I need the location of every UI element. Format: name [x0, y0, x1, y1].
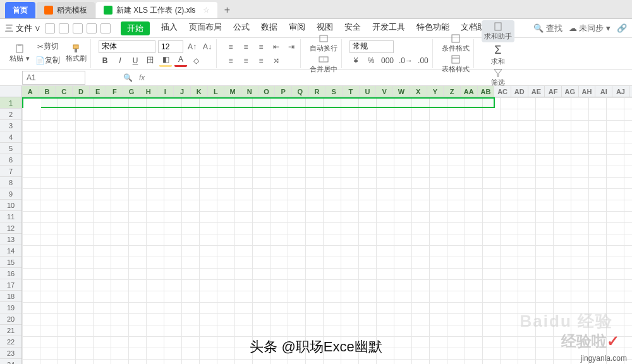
- align-middle-button[interactable]: ≡: [240, 40, 252, 53]
- paste-button[interactable]: 粘贴 ▾: [8, 40, 32, 68]
- col-header-D[interactable]: D: [73, 86, 90, 97]
- col-header-X[interactable]: X: [410, 86, 427, 97]
- col-header-AJ[interactable]: AJ: [612, 86, 629, 97]
- file-menu[interactable]: 三 文件 ∨: [5, 23, 41, 34]
- dec-decimal-button[interactable]: .00: [416, 54, 430, 67]
- col-header-W[interactable]: W: [393, 86, 410, 97]
- col-header-K[interactable]: K: [191, 86, 208, 97]
- name-box[interactable]: A1: [22, 71, 85, 85]
- col-header-AA[interactable]: AA: [461, 86, 478, 97]
- ribbon-tab-insert[interactable]: 插入: [161, 21, 178, 35]
- col-header-P[interactable]: P: [275, 86, 292, 97]
- col-header-AF[interactable]: AF: [545, 86, 562, 97]
- col-header-J[interactable]: J: [174, 86, 191, 97]
- row-header-16[interactable]: 16: [0, 268, 21, 279]
- align-center-button[interactable]: ≡: [240, 54, 252, 67]
- row-header-11[interactable]: 11: [0, 211, 21, 222]
- col-header-I[interactable]: I: [157, 86, 174, 97]
- row-header-18[interactable]: 18: [0, 291, 21, 302]
- italic-button[interactable]: I: [114, 54, 126, 67]
- qat-redo-icon[interactable]: [100, 23, 111, 33]
- col-header-C[interactable]: C: [56, 86, 73, 97]
- merge-center-button[interactable]: 合并居中: [308, 54, 339, 74]
- font-name-select[interactable]: [99, 40, 155, 53]
- search-button[interactable]: 🔍 查找: [533, 23, 562, 34]
- qat-print-icon[interactable]: [59, 23, 69, 33]
- inc-decimal-button[interactable]: .0→: [398, 54, 414, 67]
- wrap-text-button[interactable]: 自动换行: [308, 33, 339, 53]
- row-header-7[interactable]: 7: [0, 166, 21, 177]
- ribbon-tab-dev[interactable]: 开发工具: [372, 21, 405, 35]
- currency-button[interactable]: ¥: [349, 54, 362, 67]
- row-header-8[interactable]: 8: [0, 177, 21, 188]
- border-button[interactable]: 田: [144, 54, 157, 67]
- row-header-20[interactable]: 20: [0, 313, 21, 325]
- row-header-13[interactable]: 13: [0, 234, 21, 245]
- row-header-3[interactable]: 3: [0, 120, 21, 131]
- col-header-M[interactable]: M: [224, 86, 241, 97]
- tab-workbook[interactable]: 新建 XLS 工作表 (2).xls ☆: [96, 2, 217, 18]
- active-cell[interactable]: [23, 99, 41, 109]
- row-header-19[interactable]: 19: [0, 302, 21, 313]
- row-header-15[interactable]: 15: [0, 257, 21, 268]
- font-size-select[interactable]: [158, 40, 183, 53]
- ribbon-tab-formula[interactable]: 公式: [233, 21, 250, 35]
- row-header-22[interactable]: 22: [0, 336, 21, 348]
- cond-format-button[interactable]: 条件格式: [441, 33, 471, 53]
- row-header-23[interactable]: 23: [0, 348, 21, 359]
- table-style-button[interactable]: 表格样式: [441, 54, 471, 74]
- new-tab-button[interactable]: +: [219, 2, 235, 18]
- col-header-Q[interactable]: Q: [292, 86, 309, 97]
- col-header-R[interactable]: R: [309, 86, 326, 97]
- row-header-2[interactable]: 2: [0, 109, 21, 120]
- align-right-button[interactable]: ≡: [255, 54, 267, 67]
- col-header-S[interactable]: S: [325, 86, 343, 97]
- row-header-1[interactable]: 1: [0, 97, 21, 109]
- qat-preview-icon[interactable]: [73, 23, 83, 33]
- comma-button[interactable]: 000: [380, 54, 395, 67]
- col-header-Z[interactable]: Z: [444, 86, 461, 97]
- sync-status[interactable]: ☁ 未同步 ▾: [569, 23, 611, 34]
- fx-magnify-icon[interactable]: 🔍: [123, 73, 133, 82]
- col-header-V[interactable]: V: [376, 86, 393, 97]
- col-header-B[interactable]: B: [39, 86, 56, 97]
- format-painter-button[interactable]: 格式刷: [64, 40, 88, 68]
- row-header-5[interactable]: 5: [0, 143, 21, 154]
- underline-button[interactable]: U: [129, 54, 142, 67]
- col-header-F[interactable]: F: [106, 86, 123, 97]
- copy-button[interactable]: 📄 复制: [34, 54, 61, 67]
- row-header-4[interactable]: 4: [0, 131, 21, 143]
- orientation-button[interactable]: ⤭: [270, 54, 283, 67]
- row-header-17[interactable]: 17: [0, 279, 21, 291]
- select-all-corner[interactable]: [0, 86, 22, 97]
- bold-button[interactable]: B: [99, 54, 111, 67]
- findrep-button[interactable]: 求和助手: [482, 20, 514, 42]
- align-bottom-button[interactable]: ≡: [255, 40, 267, 53]
- fx-icon[interactable]: fx: [139, 73, 145, 82]
- col-header-H[interactable]: H: [140, 86, 157, 97]
- ribbon-tab-security[interactable]: 安全: [344, 21, 361, 35]
- col-header-AD[interactable]: AD: [511, 86, 528, 97]
- qat-undo-icon[interactable]: [87, 23, 97, 33]
- row-header-10[interactable]: 10: [0, 200, 21, 211]
- col-header-AG[interactable]: AG: [562, 86, 579, 97]
- font-color-button[interactable]: A: [174, 54, 187, 67]
- ribbon-tab-review[interactable]: 审阅: [289, 21, 305, 35]
- increase-font-button[interactable]: A↑: [186, 40, 198, 53]
- row-header-12[interactable]: 12: [0, 222, 21, 234]
- col-header-G[interactable]: G: [123, 86, 140, 97]
- col-header-N[interactable]: N: [241, 86, 258, 97]
- tab-favorite-icon[interactable]: ☆: [203, 6, 210, 15]
- col-header-AI[interactable]: AI: [595, 86, 612, 97]
- number-format-select[interactable]: [349, 40, 394, 53]
- sum-button[interactable]: Σ求和: [482, 44, 514, 66]
- col-header-Y[interactable]: Y: [427, 86, 444, 97]
- share-icon[interactable]: 🔗: [617, 23, 627, 33]
- col-header-AB[interactable]: AB: [478, 86, 495, 97]
- row-header-24[interactable]: 24: [0, 359, 21, 364]
- col-header-O[interactable]: O: [258, 86, 276, 97]
- col-header-E[interactable]: E: [90, 86, 107, 97]
- row-header-21[interactable]: 21: [0, 325, 21, 336]
- tab-home[interactable]: 首页: [5, 2, 35, 18]
- row-header-9[interactable]: 9: [0, 188, 21, 200]
